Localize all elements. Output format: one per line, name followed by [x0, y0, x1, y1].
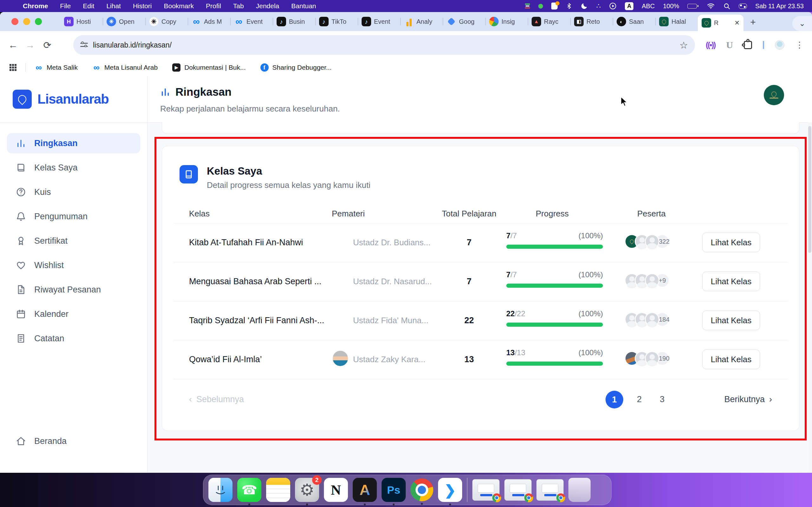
tab-meta-ads[interactable]: ∞ Ads M — [188, 12, 230, 31]
tab-lisanularab-active[interactable]: R ✕ — [698, 14, 744, 31]
close-window-button[interactable] — [11, 18, 18, 25]
lihat-kelas-button[interactable]: Lihat Kelas — [702, 349, 760, 369]
apps-grid-icon[interactable] — [9, 64, 16, 71]
sidebar-item-ringkasan[interactable]: Ringkasan — [7, 133, 140, 153]
pagination-page-2[interactable]: 2 — [637, 395, 642, 404]
url-text[interactable]: lisanularab.id/ringkasan/ — [93, 41, 171, 49]
pagination-page-1[interactable]: 1 — [606, 391, 623, 408]
tab-meta-events[interactable]: ∞ Event — [230, 12, 273, 31]
address-bar[interactable]: lisanularab.id/ringkasan/ ☆ — [73, 35, 695, 55]
notification-app-icon[interactable] — [551, 2, 558, 10]
tab-tiktok-business[interactable]: ♪ Busin — [273, 12, 315, 31]
page-scrollbar[interactable] — [808, 122, 812, 473]
tab-halal[interactable]: Halal — [655, 12, 698, 31]
media-play-icon[interactable] — [609, 2, 617, 10]
bookmark-star-icon[interactable]: ☆ — [679, 40, 688, 51]
new-tab-button[interactable]: + — [747, 16, 759, 29]
lihat-kelas-button[interactable]: Lihat Kelas — [702, 233, 760, 252]
scrollbar-thumb[interactable] — [808, 126, 811, 253]
forward-button[interactable]: → — [21, 40, 39, 50]
notion-icon[interactable]: N — [324, 478, 348, 502]
tab-openai[interactable]: ✳ Open — [103, 12, 145, 31]
vscode-icon[interactable]: ❯ — [438, 478, 462, 502]
wifi-icon[interactable] — [707, 2, 715, 10]
finder-icon[interactable] — [208, 478, 233, 502]
whatsapp-icon[interactable]: ☎ — [237, 478, 261, 502]
sidebar-item-riwayat-pesanan[interactable]: Riwayat Pesanan — [7, 279, 140, 300]
sidebar-item-wishlist[interactable]: Wishlist — [7, 255, 140, 275]
sidebar-item-pengumuman[interactable]: Pengumuman — [7, 206, 140, 227]
menu-edit[interactable]: Edit — [83, 2, 94, 10]
tab-search-button[interactable]: ⌄ — [792, 16, 812, 31]
fullscreen-window-button[interactable] — [35, 18, 42, 25]
bookmark-meta-salik[interactable]: ∞ Meta Salik — [35, 63, 78, 72]
battery-percent[interactable]: 100% — [663, 3, 679, 10]
bookmark-sharing-debugger[interactable]: f Sharing Debugger... — [260, 63, 332, 72]
menu-bantuan[interactable]: Bantuan — [291, 2, 316, 10]
minimized-chrome-window[interactable] — [504, 479, 531, 501]
sidebar-item-beranda[interactable]: Beranda — [7, 431, 140, 451]
bookmark-dokumentasi[interactable]: ▶ Dokumentasi | Buk... — [172, 63, 246, 72]
lihat-kelas-button[interactable]: Lihat Kelas — [702, 272, 760, 291]
control-center-icon[interactable] — [739, 2, 747, 10]
minimized-chrome-window[interactable] — [537, 479, 564, 501]
sidebar-item-kuis[interactable]: Kuis — [7, 182, 140, 202]
minimize-window-button[interactable] — [23, 18, 30, 25]
tab-saan[interactable]: ◐ Saan — [613, 12, 655, 31]
tab-reto[interactable]: ◧ Reto — [570, 12, 613, 31]
menu-histori[interactable]: Histori — [133, 2, 152, 10]
chrome-menu-icon[interactable]: ⋮ — [795, 40, 804, 50]
chrome-icon[interactable] — [410, 478, 433, 501]
status-green-dot-icon[interactable] — [538, 2, 543, 10]
menubar-clock[interactable]: Sab 11 Apr 23.53 — [755, 3, 804, 10]
profile-avatar[interactable] — [775, 40, 784, 50]
trash-icon[interactable] — [568, 478, 591, 502]
pagination-page-3[interactable]: 3 — [660, 395, 664, 404]
pagination-prev[interactable]: ‹ Sebelumnya — [189, 395, 244, 404]
input-source-icon[interactable]: A — [625, 2, 633, 10]
menu-jendela[interactable]: Jendela — [256, 2, 280, 10]
u-extension-icon[interactable]: U — [726, 40, 733, 50]
site-settings-icon[interactable] — [80, 41, 88, 49]
tab-raycast[interactable]: ▲ Rayc — [528, 12, 570, 31]
system-settings-icon[interactable]: ⚙ 2 — [295, 478, 319, 502]
sidebar-item-kalender[interactable]: Kalender — [7, 304, 140, 324]
menu-bookmark[interactable]: Bookmark — [164, 2, 194, 10]
sidebar-item-kelas-saya[interactable]: Kelas Saya — [7, 158, 140, 178]
notes-icon[interactable] — [266, 478, 290, 502]
audio-meter-icon[interactable] — [525, 2, 530, 10]
bluetooth-icon[interactable] — [566, 2, 572, 10]
tab-insights[interactable]: Insig — [485, 12, 528, 31]
menu-file[interactable]: File — [60, 2, 71, 10]
minimized-chrome-window[interactable] — [472, 479, 500, 501]
do-not-disturb-moon-icon[interactable] — [580, 2, 588, 10]
brand-logo[interactable]: Lisanularab — [0, 76, 147, 122]
back-button[interactable]: ← — [4, 40, 21, 50]
tab-tiktok-events[interactable]: ♪ Event — [358, 12, 400, 31]
photoshop-icon[interactable]: Ps — [382, 478, 406, 502]
tab-chatgpt[interactable]: ✳ Copy — [145, 12, 188, 31]
user-avatar[interactable] — [764, 85, 784, 105]
spotlight-search-icon[interactable] — [723, 2, 730, 10]
wave-extension-icon[interactable]: ((•)) — [706, 41, 715, 49]
menu-lihat[interactable]: Lihat — [106, 2, 121, 10]
bookmark-meta-lisanul-arab[interactable]: ∞ Meta Lisanul Arab — [92, 63, 158, 72]
gradient-a-app-icon[interactable]: A — [353, 478, 377, 502]
input-language-label[interactable]: ABC — [642, 3, 655, 10]
lihat-kelas-button[interactable]: Lihat Kelas — [702, 311, 760, 330]
tab-close-icon[interactable]: ✕ — [733, 19, 741, 26]
menu-tab[interactable]: Tab — [233, 2, 244, 10]
sidebar-item-sertifikat[interactable]: Sertifikat — [7, 231, 140, 251]
keyboard-brightness-icon[interactable]: ∴ — [596, 2, 601, 10]
toolbar-divider — [763, 41, 764, 49]
tab-tiktok[interactable]: ♪ TikTo — [315, 12, 358, 31]
reload-button[interactable]: ⟳ — [39, 40, 56, 51]
sidebar-item-catatan[interactable]: Catatan — [7, 328, 140, 349]
tab-hostinger[interactable]: H Hosti — [60, 12, 103, 31]
menubar-app-name[interactable]: Chrome — [23, 2, 48, 10]
pagination-next[interactable]: Berikutnya › — [724, 395, 772, 404]
extensions-puzzle-icon[interactable] — [744, 41, 752, 49]
tab-google[interactable]: Goog — [443, 12, 485, 31]
tab-analytics[interactable]: Analy — [400, 12, 443, 31]
menu-profil[interactable]: Profil — [206, 2, 221, 10]
